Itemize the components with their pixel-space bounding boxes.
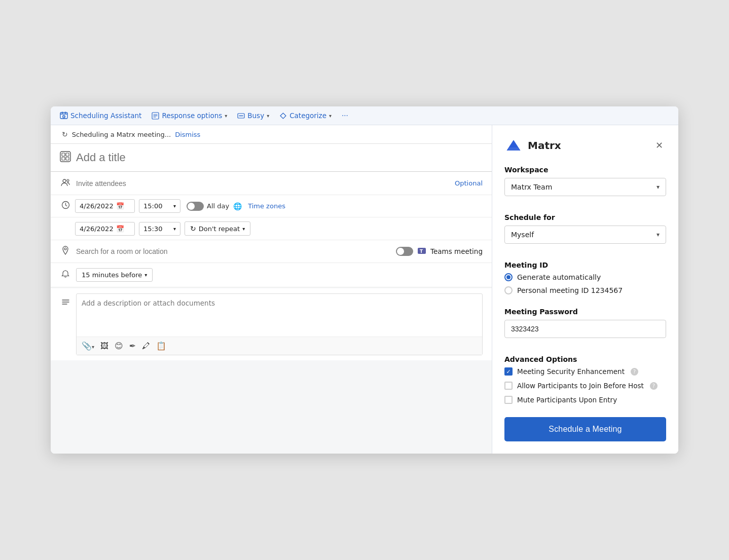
teams-meeting-label: Teams meeting xyxy=(430,247,483,255)
radio-auto-circle xyxy=(504,273,513,281)
svg-rect-8 xyxy=(66,157,69,160)
repeat-caret: ▾ xyxy=(242,226,245,232)
image-icon[interactable]: 🖼 xyxy=(100,341,108,351)
schedule-for-section: Schedule for Myself ▾ xyxy=(504,213,666,253)
description-icon xyxy=(60,298,71,309)
security-checkbox[interactable] xyxy=(504,367,513,376)
reminder-caret: ▾ xyxy=(144,272,147,278)
allday-toggle[interactable] xyxy=(187,202,204,211)
start-time-select[interactable]: 15:00 ▾ xyxy=(139,199,180,213)
reminder-btn[interactable]: 15 minutes before ▾ xyxy=(76,268,153,282)
description-textarea[interactable] xyxy=(77,294,482,334)
categorize-icon xyxy=(279,112,287,120)
more-btn[interactable]: ··· xyxy=(342,111,348,120)
location-input[interactable] xyxy=(76,247,391,255)
svg-point-14 xyxy=(64,248,66,250)
time-caret: ▾ xyxy=(173,203,176,209)
categorize-caret: ▾ xyxy=(329,113,332,119)
svg-rect-6 xyxy=(66,153,69,156)
globe-icon: 🌐 xyxy=(233,202,242,210)
panel-header: Matrx ✕ xyxy=(504,136,666,155)
teams-toggle[interactable] xyxy=(396,247,413,256)
schedule-meeting-btn[interactable]: Schedule a Meeting xyxy=(504,417,666,441)
description-toolbar: 📎▾ 🖼 😊 ✒ 🖍 📋 xyxy=(77,337,482,355)
panel-brand: Matrx xyxy=(504,136,561,155)
response-options-btn[interactable]: Response options ▾ xyxy=(152,111,227,120)
highlight-icon[interactable]: 🖍 xyxy=(142,341,150,351)
start-date-input[interactable]: 4/26/2022 📅 xyxy=(75,199,135,213)
description-box: 📎▾ 🖼 😊 ✒ 🖍 📋 xyxy=(76,293,483,355)
svg-rect-5 xyxy=(62,153,65,156)
workspace-caret: ▾ xyxy=(657,183,660,191)
radio-personal-circle xyxy=(504,286,513,294)
end-time-select[interactable]: 15:30 ▾ xyxy=(139,222,180,236)
calendar-icon-end: 📅 xyxy=(116,225,124,233)
attendees-input[interactable] xyxy=(76,179,450,188)
radio-auto[interactable]: Generate automatically xyxy=(504,273,666,281)
notification-bar: ↻ Scheduling a Matrx meeting... Dismiss xyxy=(51,125,492,144)
brand-name: Matrx xyxy=(528,139,561,152)
forms-icon[interactable]: 📋 xyxy=(156,341,166,351)
response-icon xyxy=(152,112,159,120)
busy-caret: ▾ xyxy=(267,113,269,119)
svg-point-9 xyxy=(63,179,66,182)
scheduling-icon xyxy=(60,111,68,120)
response-options-caret: ▾ xyxy=(225,113,227,119)
meeting-id-label: Meeting ID xyxy=(504,261,666,269)
password-input[interactable] xyxy=(504,320,666,338)
location-row: T Teams meeting xyxy=(51,240,492,263)
brand-logo xyxy=(504,136,523,155)
reminder-icon xyxy=(60,270,71,280)
repeat-btn[interactable]: ↻ Don't repeat ▾ xyxy=(185,221,250,236)
workspace-dropdown[interactable]: Matrx Team ▾ xyxy=(504,178,666,196)
schedule-for-caret: ▾ xyxy=(657,231,660,238)
signature-icon[interactable]: ✒ xyxy=(129,341,136,351)
description-row: 📎▾ 🖼 😊 ✒ 🖍 📋 xyxy=(51,288,492,360)
before-host-help-icon[interactable]: ? xyxy=(650,382,658,390)
location-icon xyxy=(60,246,71,257)
title-input[interactable] xyxy=(76,151,483,164)
timezone-link[interactable]: Time zones xyxy=(248,202,285,210)
scheduling-assistant-btn[interactable]: Scheduling Assistant xyxy=(60,111,141,120)
attach-icon[interactable]: 📎▾ xyxy=(82,341,94,351)
password-label: Meeting Password xyxy=(504,308,666,316)
security-help-icon[interactable]: ? xyxy=(631,368,638,376)
main-layout: ↻ Scheduling a Matrx meeting... Dismiss xyxy=(51,125,678,454)
before-host-checkbox-row[interactable]: Allow Participants to Join Before Host ? xyxy=(504,382,666,390)
end-date-input[interactable]: 4/26/2022 📅 xyxy=(75,222,135,236)
sync-icon: ↻ xyxy=(62,130,68,138)
title-row xyxy=(51,144,492,172)
workspace-section: Workspace Matrx Team ▾ xyxy=(504,166,666,205)
svg-rect-7 xyxy=(62,157,65,160)
reminder-row: 15 minutes before ▾ xyxy=(51,263,492,287)
busy-icon xyxy=(237,112,245,120)
dismiss-link[interactable]: Dismiss xyxy=(175,131,200,138)
attendees-row: Optional xyxy=(51,172,492,195)
workspace-label: Workspace xyxy=(504,166,666,174)
teams-icon: T xyxy=(417,245,427,257)
svg-text:T: T xyxy=(420,249,423,254)
panel-close-btn[interactable]: ✕ xyxy=(652,139,666,152)
clock-icon xyxy=(60,201,71,211)
allday-toggle-wrap: All day xyxy=(187,202,229,211)
title-icon xyxy=(60,151,71,164)
radio-personal[interactable]: Personal meeting ID 1234567 xyxy=(504,286,666,294)
optional-label: Optional xyxy=(455,179,483,187)
mute-entry-checkbox[interactable] xyxy=(504,396,513,404)
schedule-for-dropdown[interactable]: Myself ▾ xyxy=(504,226,666,244)
security-checkbox-row[interactable]: Meeting Security Enhancement ? xyxy=(504,367,666,376)
schedule-for-label: Schedule for xyxy=(504,213,666,221)
attendees-icon xyxy=(60,178,71,189)
teams-toggle-area: T Teams meeting xyxy=(396,245,483,257)
busy-btn[interactable]: Busy ▾ xyxy=(237,111,269,120)
advanced-options-section: Advanced Options Meeting Security Enhanc… xyxy=(504,355,666,410)
emoji-icon[interactable]: 😊 xyxy=(115,341,123,351)
mute-entry-checkbox-row[interactable]: Mute Participants Upon Entry xyxy=(504,396,666,404)
time-caret-end: ▾ xyxy=(173,226,176,232)
before-host-checkbox[interactable] xyxy=(504,382,513,390)
app-window: Scheduling Assistant Response options ▾ … xyxy=(51,106,678,454)
repeat-icon: ↻ xyxy=(190,225,196,233)
categorize-btn[interactable]: Categorize ▾ xyxy=(279,111,332,120)
toolbar: Scheduling Assistant Response options ▾ … xyxy=(51,106,678,125)
start-datetime-row: 4/26/2022 📅 15:00 ▾ All day 🌐 Time zones xyxy=(51,195,492,217)
